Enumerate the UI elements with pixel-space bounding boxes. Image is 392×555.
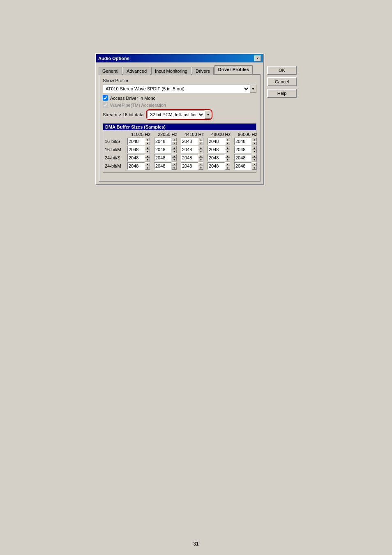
tab-general[interactable]: General [99,67,122,75]
show-profile-label: Show Profile [103,78,256,83]
dma-col-headers: 11025 Hz 22050 Hz 44100 Hz 48000 Hz 9600… [105,132,254,137]
spin-up-btn[interactable]: ▲ [225,138,230,141]
profile-dropdown[interactable]: AT010 Stereo Wave SPDIF (5 in, 5 out) [103,85,250,93]
tab-driver-profiles[interactable]: Driver Profiles [214,65,253,74]
dma-cell: ▲ ▼ [208,146,234,153]
spin-up-btn[interactable]: ▲ [145,154,150,158]
help-button[interactable]: Help [267,89,297,98]
spin-up-btn[interactable]: ▲ [225,146,230,150]
wavepipe-checkbox[interactable] [103,102,108,108]
spin-up-btn[interactable]: ▲ [198,146,203,150]
ok-button[interactable]: OK [267,66,297,75]
spin-down-btn[interactable]: ▼ [198,158,203,161]
dma-spinner: ▲ ▼ [252,146,257,153]
dma-cell: ▲ ▼ [154,154,181,161]
audio-options-dialog: Audio Options × General Advanced Input M… [95,53,264,185]
spin-down-btn[interactable]: ▼ [198,150,203,153]
dma-input[interactable] [127,154,145,161]
tab-drivers[interactable]: Drivers [192,67,214,75]
dma-input[interactable] [127,146,145,153]
dma-input[interactable] [234,154,251,161]
spin-down-btn[interactable]: ▼ [252,158,257,161]
spin-down-btn[interactable]: ▼ [225,166,230,170]
spin-down-btn[interactable]: ▼ [225,158,230,161]
dma-cell: ▲ ▼ [127,162,154,170]
dma-input[interactable] [208,162,225,170]
spin-up-btn[interactable]: ▲ [198,138,203,141]
access-driver-mono-label: Access Driver In Mono [110,96,156,101]
tab-input-monitoring[interactable]: Input Monitoring [151,67,191,75]
spin-down-btn[interactable]: ▼ [145,166,150,170]
title-bar-buttons: × [254,55,261,61]
spin-up-btn[interactable]: ▲ [225,162,230,166]
dma-input[interactable] [208,154,225,161]
dma-spinner: ▲ ▼ [145,154,150,161]
spin-up-btn[interactable]: ▲ [145,138,150,141]
access-driver-mono-checkbox[interactable] [103,95,108,101]
dma-col-2: 22050 Hz [154,132,181,137]
table-row: 24-bit/S ▲ ▼ ▲ [105,154,254,161]
dma-input[interactable] [154,154,171,161]
dma-input[interactable] [127,162,145,170]
dma-cell: ▲ ▼ [181,154,208,161]
spin-down-btn[interactable]: ▼ [145,141,150,145]
spin-up-btn[interactable]: ▲ [225,154,230,158]
spin-up-btn[interactable]: ▲ [145,146,150,150]
spin-up-btn[interactable]: ▲ [172,146,177,150]
dma-input[interactable] [234,138,251,145]
dma-input[interactable] [181,162,198,170]
dma-input[interactable] [208,138,225,145]
dma-input[interactable] [234,162,251,170]
stream-dropdown[interactable]: 32 bit PCM, left-justified [147,111,205,119]
dma-cell: ▲ ▼ [127,138,154,145]
spin-up-btn[interactable]: ▲ [252,138,257,141]
spin-down-btn[interactable]: ▼ [145,150,150,153]
spin-up-btn[interactable]: ▲ [252,162,257,166]
dma-input[interactable] [181,146,198,153]
dma-spinner: ▲ ▼ [252,138,257,145]
dma-input[interactable] [154,162,171,170]
dma-input[interactable] [127,138,145,145]
access-driver-mono-row: Access Driver In Mono [103,95,256,101]
close-button[interactable]: × [254,55,261,61]
dma-row-label-3: 24-bit/M [105,164,127,168]
spin-up-btn[interactable]: ▲ [252,146,257,150]
spin-down-btn[interactable]: ▼ [172,166,177,170]
buttons-panel: OK Cancel Help [267,53,297,98]
stream-dropdown-wrapper: 32 bit PCM, left-justified ▼ [146,109,212,120]
dma-spinner: ▲ ▼ [252,154,257,161]
dma-cell: ▲ ▼ [154,162,181,170]
spin-down-btn[interactable]: ▼ [172,158,177,161]
spin-up-btn[interactable]: ▲ [198,154,203,158]
profile-dropdown-arrow[interactable]: ▼ [250,85,256,93]
dma-spinner: ▲ ▼ [172,138,177,145]
tab-advanced[interactable]: Advanced [123,67,150,75]
dma-col-4: 48000 Hz [208,132,234,137]
spin-down-btn[interactable]: ▼ [225,150,230,153]
spin-up-btn[interactable]: ▲ [198,162,203,166]
spin-up-btn[interactable]: ▲ [145,162,150,166]
dma-input[interactable] [234,146,251,153]
dma-spinner: ▲ ▼ [145,162,150,170]
spin-down-btn[interactable]: ▼ [172,141,177,145]
spin-up-btn[interactable]: ▲ [252,154,257,158]
spin-down-btn[interactable]: ▼ [225,141,230,145]
spin-up-btn[interactable]: ▲ [172,162,177,166]
cancel-button[interactable]: Cancel [267,77,297,86]
spin-down-btn[interactable]: ▼ [145,158,150,161]
spin-down-btn[interactable]: ▼ [252,150,257,153]
dma-input[interactable] [154,146,171,153]
spin-down-btn[interactable]: ▼ [252,166,257,170]
dma-input[interactable] [181,154,198,161]
spin-up-btn[interactable]: ▲ [172,138,177,141]
spin-down-btn[interactable]: ▼ [172,150,177,153]
dma-col-5: 96000 Hz [234,132,261,137]
dma-input[interactable] [208,146,225,153]
stream-dropdown-arrow[interactable]: ▼ [205,111,211,119]
spin-down-btn[interactable]: ▼ [252,141,257,145]
spin-down-btn[interactable]: ▼ [198,166,203,170]
spin-down-btn[interactable]: ▼ [198,141,203,145]
dma-input[interactable] [154,138,171,145]
dma-input[interactable] [181,138,198,145]
spin-up-btn[interactable]: ▲ [172,154,177,158]
